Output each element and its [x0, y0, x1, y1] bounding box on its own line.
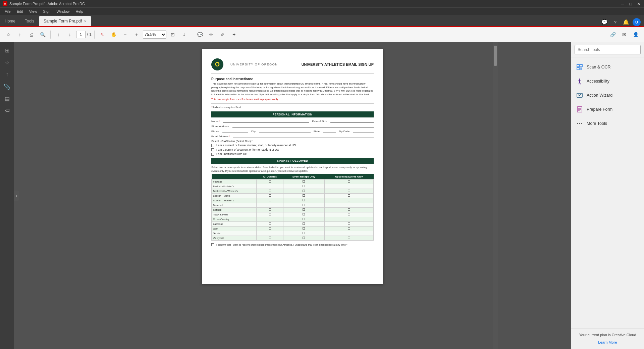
tab-document[interactable]: Sample Form Pre.pdf ✕: [39, 16, 91, 26]
checkbox-golf-upcoming[interactable]: [348, 227, 350, 230]
panel-layers-button[interactable]: ▤: [2, 93, 12, 104]
checkbox-softball-recaps[interactable]: [303, 208, 305, 211]
checkbox-soccer-m-all[interactable]: [269, 194, 271, 197]
checkbox-baseball-upcoming[interactable]: [348, 204, 350, 206]
checkbox-volleyball-all[interactable]: [269, 237, 271, 239]
address-field[interactable]: [232, 124, 374, 128]
city-field[interactable]: [259, 130, 311, 133]
zoom-out-button[interactable]: −: [120, 30, 130, 40]
name-field[interactable]: [223, 119, 310, 123]
checkbox-track-recaps[interactable]: [303, 213, 305, 215]
notification-icon[interactable]: 🔔: [622, 19, 630, 25]
checkbox-soccer-m-upcoming[interactable]: [348, 194, 350, 197]
affiliation-option-2[interactable]: I am a parent of a current or former stu…: [211, 148, 374, 151]
select-tool-button[interactable]: ↖: [97, 30, 107, 40]
checkbox-tennis-recaps[interactable]: [303, 232, 305, 234]
user-avatar[interactable]: U: [633, 18, 641, 26]
page-input[interactable]: [76, 31, 86, 38]
link-tool-button[interactable]: 🔗: [608, 30, 618, 40]
checkbox-softball-all[interactable]: [269, 208, 271, 211]
checkbox-lacrosse-all[interactable]: [269, 222, 271, 225]
sport-recaps-football[interactable]: [283, 180, 324, 184]
checkbox-1[interactable]: [211, 144, 214, 147]
window-controls[interactable]: ─ □ ✕: [620, 1, 641, 6]
checkbox-soccer-w-upcoming[interactable]: [348, 199, 350, 201]
affiliation-option-1[interactable]: I am a current or former student, staff,…: [211, 144, 374, 147]
checkbox-bball-m-all[interactable]: [269, 185, 271, 187]
markup-button[interactable]: ✐: [218, 30, 228, 40]
affiliation-option-3[interactable]: I am unaffiliated with UO: [211, 152, 374, 156]
checkbox-track-upcoming[interactable]: [348, 213, 350, 215]
scroll-thumb[interactable]: [494, 46, 497, 66]
close-button[interactable]: ✕: [636, 1, 641, 6]
menu-view[interactable]: View: [26, 9, 40, 14]
checkbox-track-all[interactable]: [269, 213, 271, 215]
checkbox-soccer-w-all[interactable]: [269, 199, 271, 201]
panel-attachment-button[interactable]: 📎: [2, 81, 12, 92]
checkbox-tennis-all[interactable]: [269, 232, 271, 234]
pencil-button[interactable]: ✏: [206, 30, 216, 40]
phone-field[interactable]: [222, 130, 248, 133]
help-icon[interactable]: ?: [611, 19, 619, 25]
next-page-button[interactable]: ↓: [65, 30, 75, 40]
checkbox-volleyball-upcoming[interactable]: [348, 237, 350, 239]
panel-upload-button[interactable]: ↑: [2, 69, 12, 80]
checkbox-bball-m-upcoming[interactable]: [348, 185, 350, 187]
hand-tool-button[interactable]: ✋: [109, 30, 119, 40]
checkbox-golf-recaps[interactable]: [303, 227, 305, 230]
pdf-scrollbar[interactable]: [493, 42, 498, 349]
search-input[interactable]: [575, 45, 641, 54]
zoom-in-button[interactable]: +: [131, 30, 142, 40]
comment-button[interactable]: 💬: [195, 30, 205, 40]
checkbox-tennis-upcoming[interactable]: [348, 232, 350, 234]
checkbox-bball-w-recaps[interactable]: [303, 190, 305, 192]
dob-field[interactable]: [330, 119, 374, 123]
checkbox-football-recaps[interactable]: [303, 180, 305, 183]
stamp-button[interactable]: ✦: [229, 30, 239, 40]
checkbox-baseball-recaps[interactable]: [303, 204, 305, 206]
checkbox-softball-upcoming[interactable]: [348, 208, 350, 211]
search-button[interactable]: 🔍: [38, 30, 48, 40]
panel-pages-button[interactable]: ⊞: [2, 45, 12, 56]
tool-action-wizard[interactable]: Action Wizard: [571, 88, 644, 102]
checkbox-bball-m-recaps[interactable]: [303, 185, 305, 187]
panel-tag-button[interactable]: 🏷: [2, 105, 12, 116]
tab-close-icon[interactable]: ✕: [84, 19, 87, 23]
menu-edit[interactable]: Edit: [14, 9, 26, 14]
pdf-area[interactable]: ‹ O UNIVERSITY OF OREGON UNIVERSITY ATHL…: [14, 42, 571, 349]
tool-more-tools[interactable]: More Tools: [571, 116, 644, 131]
print-button[interactable]: 🖨: [26, 30, 36, 40]
tab-tools[interactable]: Tools: [20, 16, 39, 26]
prev-page-button[interactable]: ↑: [53, 30, 63, 40]
checkbox-football-upcoming[interactable]: [348, 180, 350, 183]
menu-help[interactable]: Help: [73, 9, 86, 14]
tab-home[interactable]: Home: [0, 16, 20, 26]
bookmark-button[interactable]: ☆: [3, 30, 13, 40]
email-button[interactable]: ✉: [619, 30, 629, 40]
checkbox-baseball-all[interactable]: [269, 204, 271, 206]
checkbox-xc-recaps[interactable]: [303, 218, 305, 220]
learn-more-link[interactable]: Learn More: [598, 340, 617, 344]
checkbox-xc-upcoming[interactable]: [348, 218, 350, 220]
confirm-checkbox[interactable]: [211, 243, 214, 246]
fit-page-button[interactable]: ⊡: [168, 30, 178, 40]
maximize-button[interactable]: □: [628, 1, 633, 6]
minimize-button[interactable]: ─: [620, 1, 625, 6]
checkbox-3[interactable]: [211, 153, 214, 156]
checkbox-bball-w-all[interactable]: [269, 190, 271, 192]
user-tool-button[interactable]: 👤: [631, 30, 641, 40]
sport-upcoming-football[interactable]: [325, 180, 374, 184]
marquee-button[interactable]: ⤓: [179, 30, 189, 40]
tool-prepare-form[interactable]: Prepare Form: [571, 102, 644, 116]
collapse-left-button[interactable]: ‹: [14, 191, 19, 201]
sport-all-football[interactable]: [257, 180, 283, 184]
tool-accessibility[interactable]: Accessibility: [571, 74, 644, 88]
checkbox-golf-all[interactable]: [269, 227, 271, 230]
state-field[interactable]: [323, 130, 336, 133]
checkbox-soccer-w-recaps[interactable]: [303, 199, 305, 201]
tool-scan-ocr[interactable]: Scan & OCR: [571, 60, 644, 74]
email-field[interactable]: [233, 135, 374, 138]
menu-window[interactable]: Window: [54, 9, 72, 14]
menu-file[interactable]: File: [2, 9, 13, 14]
panel-bookmark-button[interactable]: ☆: [2, 57, 12, 68]
